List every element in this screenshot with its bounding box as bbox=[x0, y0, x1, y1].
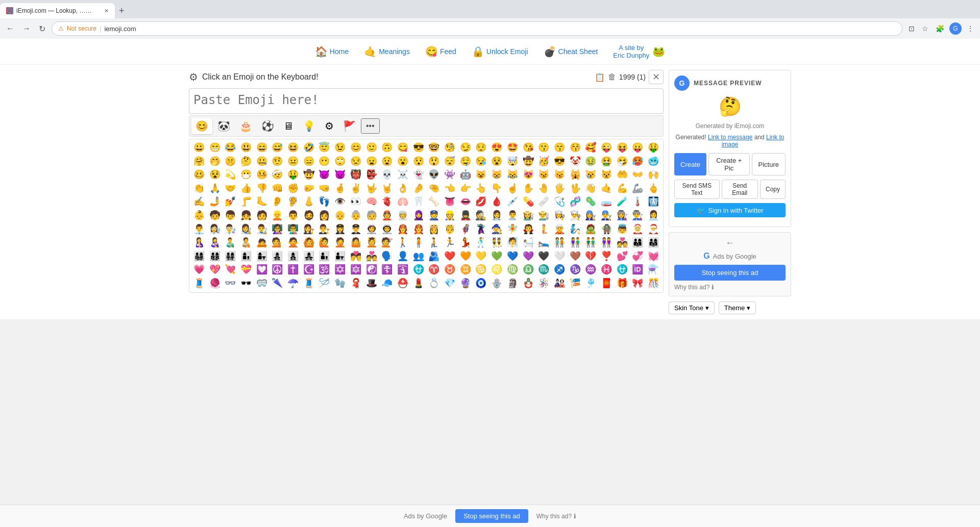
emoji-cell[interactable]: 😉 bbox=[332, 141, 348, 155]
emoji-cell[interactable]: 🦵 bbox=[238, 195, 254, 209]
emoji-cell[interactable]: 🧞 bbox=[568, 223, 583, 236]
emoji-cell[interactable]: 😘 bbox=[521, 141, 536, 155]
emoji-cell[interactable]: 👀 bbox=[348, 195, 363, 209]
emoji-cell[interactable]: 👏 bbox=[191, 182, 207, 195]
cat-tab-more[interactable]: ••• bbox=[361, 118, 380, 134]
emoji-cell[interactable]: 🤡 bbox=[568, 155, 583, 168]
emoji-cell[interactable]: 👨‍👩‍👧‍👧 bbox=[223, 250, 238, 263]
emoji-cell[interactable]: 😋 bbox=[395, 141, 410, 155]
emoji-cell[interactable]: 👩‍👦 bbox=[238, 250, 254, 263]
emoji-cell[interactable]: ♑ bbox=[568, 263, 583, 277]
emoji-cell[interactable]: 🎐 bbox=[583, 277, 599, 290]
emoji-cell[interactable]: 💃 bbox=[458, 236, 473, 249]
emoji-cell[interactable]: 👫 bbox=[568, 236, 583, 249]
emoji-cell[interactable]: 👨‍💼 bbox=[191, 223, 207, 236]
emoji-cell[interactable]: 🪆 bbox=[521, 277, 536, 290]
emoji-cell[interactable]: 🎀 bbox=[630, 277, 646, 290]
emoji-cell[interactable]: 🧣 bbox=[348, 277, 363, 290]
emoji-cell[interactable]: 🧑‍🤝‍🧑 bbox=[552, 236, 567, 249]
emoji-cell[interactable]: 🖖 bbox=[568, 182, 583, 195]
emoji-cell[interactable]: 🦷 bbox=[411, 195, 426, 209]
emoji-cell[interactable]: 👩‍👧‍👧 bbox=[301, 250, 316, 263]
nav-unlock[interactable]: 🔒 Unlock Emoji bbox=[472, 45, 528, 58]
forward-button[interactable]: → bbox=[20, 22, 33, 35]
link-to-message[interactable]: Link to message bbox=[708, 134, 752, 141]
emoji-cell[interactable]: 😑 bbox=[301, 155, 316, 168]
emoji-cell[interactable]: 👩‍⚕️ bbox=[489, 209, 504, 222]
emoji-cell[interactable]: 👨‍🚒 bbox=[411, 223, 426, 236]
emoji-cell[interactable]: 👯 bbox=[489, 236, 504, 249]
emoji-cell[interactable]: 👨‍🍳 bbox=[568, 209, 583, 222]
emoji-cell[interactable]: 🥰 bbox=[583, 141, 599, 155]
emoji-cell[interactable]: 🙀 bbox=[568, 168, 583, 182]
emoji-cell[interactable]: 🦠 bbox=[583, 195, 599, 209]
emoji-cell[interactable]: 👨‍🔧 bbox=[599, 209, 614, 222]
emoji-cell[interactable]: 🤤 bbox=[458, 155, 473, 168]
emoji-cell[interactable]: 🙃 bbox=[379, 141, 395, 155]
emoji-cell[interactable]: ✊ bbox=[285, 182, 301, 195]
emoji-cell[interactable]: 👵 bbox=[348, 209, 363, 222]
emoji-cell[interactable]: ♐ bbox=[552, 263, 567, 277]
bookmark-button[interactable]: ☆ bbox=[920, 22, 930, 35]
emoji-cell[interactable]: 😽 bbox=[552, 168, 567, 182]
emoji-cell[interactable]: 🕺 bbox=[474, 236, 489, 249]
emoji-cell[interactable]: 🧡 bbox=[458, 250, 473, 263]
emoji-cell[interactable]: 😹 bbox=[505, 168, 520, 182]
emoji-cell[interactable]: 🧵 bbox=[191, 277, 207, 290]
cat-tab-animals[interactable]: 🐼 bbox=[213, 118, 234, 134]
reload-button[interactable]: ↻ bbox=[37, 22, 47, 36]
emoji-cell[interactable]: 🤚 bbox=[536, 182, 551, 195]
emoji-cell[interactable]: 🤗 bbox=[191, 155, 207, 168]
settings-icon[interactable]: ⚙ bbox=[189, 71, 198, 83]
emoji-cell[interactable]: 🧟 bbox=[583, 223, 599, 236]
emoji-cell[interactable]: 🧛 bbox=[521, 223, 536, 236]
emoji-cell[interactable]: 👴 bbox=[332, 209, 348, 222]
emoji-cell[interactable]: ✍️ bbox=[191, 195, 207, 209]
emoji-cell[interactable]: 👩‍🏫 bbox=[270, 223, 285, 236]
emoji-cell[interactable]: 🥵 bbox=[630, 155, 646, 168]
emoji-cell[interactable]: ⛎ bbox=[615, 263, 630, 277]
emoji-cell[interactable]: 👨‍🚀 bbox=[379, 223, 395, 236]
emoji-cell[interactable]: 👮 bbox=[427, 209, 442, 222]
emoji-cell[interactable]: 🛀 bbox=[521, 236, 536, 249]
emoji-cell[interactable]: ♉ bbox=[442, 263, 457, 277]
emoji-cell[interactable]: 😎 bbox=[552, 155, 567, 168]
emoji-cell[interactable]: 👨‍🔬 bbox=[223, 223, 238, 236]
emoji-cell[interactable]: 🙌 bbox=[646, 168, 661, 182]
emoji-cell[interactable]: 🧔 bbox=[301, 209, 316, 222]
emoji-cell[interactable]: 🤕 bbox=[270, 168, 285, 182]
emoji-cell[interactable]: 👄 bbox=[458, 195, 473, 209]
emoji-cell[interactable]: 🪅 bbox=[536, 277, 551, 290]
emoji-cell[interactable]: 😮 bbox=[395, 155, 410, 168]
nav-home[interactable]: 🏠 Home bbox=[315, 45, 349, 58]
emoji-cell[interactable]: 😻 bbox=[521, 168, 536, 182]
emoji-cell[interactable]: 🎁 bbox=[615, 277, 630, 290]
emoji-cell[interactable]: 👭 bbox=[599, 236, 614, 249]
emoji-cell[interactable]: 😺 bbox=[474, 168, 489, 182]
theme-button[interactable]: Theme ▾ bbox=[719, 302, 756, 314]
emoji-cell[interactable]: 👿 bbox=[332, 168, 348, 182]
cat-tab-objects[interactable]: 💡 bbox=[299, 118, 320, 134]
emoji-cell[interactable]: 👨‍👩‍👦 bbox=[630, 236, 646, 249]
email-button[interactable]: Send Email bbox=[722, 180, 758, 199]
emoji-cell[interactable]: 🦴 bbox=[427, 195, 442, 209]
stop-ad-button[interactable]: Stop seeing this ad bbox=[674, 265, 786, 281]
emoji-cell[interactable]: 🧓 bbox=[364, 209, 379, 222]
emoji-cell[interactable]: 🤱 bbox=[191, 236, 207, 249]
emoji-cell[interactable]: 🎏 bbox=[568, 277, 583, 290]
emoji-cell[interactable]: 🤙 bbox=[599, 182, 614, 195]
emoji-cell[interactable]: 😷 bbox=[238, 168, 254, 182]
close-button[interactable]: ✕ bbox=[649, 70, 664, 84]
emoji-cell[interactable]: 👩‍🔬 bbox=[207, 223, 223, 236]
emoji-cell[interactable]: 🤨 bbox=[270, 155, 285, 168]
emoji-cell[interactable]: 👲 bbox=[379, 209, 395, 222]
emoji-cell[interactable]: 💗 bbox=[191, 263, 207, 277]
emoji-cell[interactable]: 😇 bbox=[317, 141, 332, 155]
menu-button[interactable]: ⋮ bbox=[965, 22, 976, 35]
emoji-cell[interactable]: 😂 bbox=[223, 141, 238, 155]
cat-tab-food[interactable]: 🎂 bbox=[235, 118, 256, 134]
emoji-cell[interactable]: 👨‍⚕️ bbox=[505, 209, 520, 222]
emoji-cell[interactable]: 😒 bbox=[348, 155, 363, 168]
emoji-cell[interactable]: 👩‍🎨 bbox=[238, 223, 254, 236]
emoji-cell[interactable]: 🩻 bbox=[646, 195, 661, 209]
